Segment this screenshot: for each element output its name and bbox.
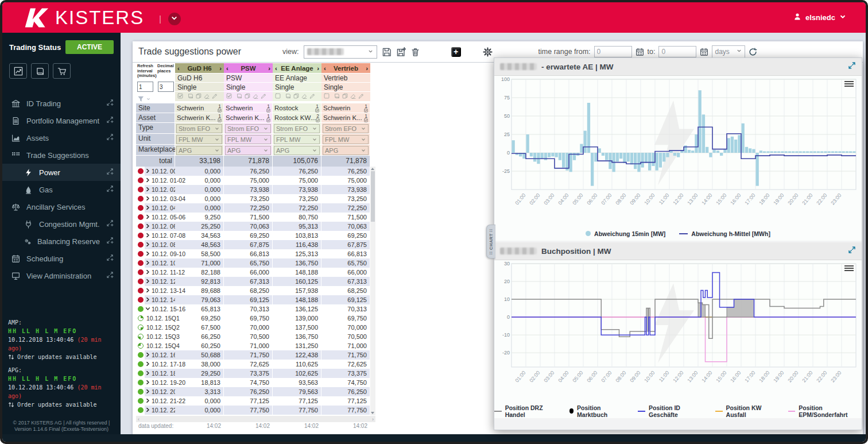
expand-icon[interactable] <box>145 278 150 285</box>
expand-icon[interactable] <box>145 407 150 414</box>
quick-chart-line-button[interactable] <box>9 63 27 79</box>
sidebar-item-portfolio-management[interactable]: Portfolio Management <box>2 112 121 129</box>
column-prev-icon[interactable]: ‹ <box>275 65 277 72</box>
book-icon-button[interactable] <box>188 93 193 100</box>
header-menu-button[interactable] <box>168 13 181 25</box>
pencil-icon-button[interactable] <box>358 93 364 100</box>
row-label[interactable]: 10.12. 01-02 <box>145 176 175 185</box>
asset-cell[interactable]: Schwerin K...1 <box>321 113 370 123</box>
sidebar-item-gas[interactable]: Gas <box>2 181 121 198</box>
book-icon-button[interactable] <box>334 93 340 100</box>
marketplace-select[interactable]: APG <box>274 146 320 155</box>
open-in-window-icon[interactable] <box>106 185 114 194</box>
expand-icon[interactable] <box>145 168 150 175</box>
sidebar-item-congestion-mgmt[interactable]: Congestion Mgmt. <box>2 215 121 233</box>
column-checkbox[interactable] <box>275 93 281 100</box>
row-label[interactable]: 10.12. 12-13 <box>145 277 175 286</box>
view-select[interactable] <box>304 45 377 59</box>
table-row[interactable]: 10.12. 15Q267,50070,000137,50070,000 <box>136 323 375 332</box>
open-in-window-icon[interactable] <box>106 271 114 280</box>
quick-book-button[interactable] <box>31 63 49 79</box>
row-label[interactable]: 10.12. 11-12 <box>145 268 175 277</box>
chart-panel-drag-handle[interactable]: ∷ CHART ∷ <box>486 225 495 258</box>
chart-expand-icon[interactable] <box>848 246 856 256</box>
column-checkbox[interactable] <box>324 93 330 100</box>
site-cell[interactable]: Schwerin1 <box>175 103 224 113</box>
open-in-window-icon[interactable] <box>106 237 114 246</box>
type-select[interactable]: Strom EFO <box>274 124 320 133</box>
table-row[interactable]: 10.12. 21-220,00077,12577,12577,125 <box>136 396 375 406</box>
legend-item[interactable]: Position DRZ Handel <box>494 404 556 418</box>
add-column-button[interactable]: + <box>451 47 461 57</box>
user-menu[interactable]: elsniedc <box>793 13 846 22</box>
row-label[interactable]: 10.12. 13-14 <box>145 286 175 295</box>
sidebar-item-trade-suggestions[interactable]: Trade Suggestions <box>2 146 121 164</box>
open-in-window-icon[interactable] <box>106 99 114 108</box>
column-prev-icon[interactable]: ‹ <box>226 65 228 72</box>
quick-cart-button[interactable] <box>53 63 71 79</box>
pencil-icon-button[interactable] <box>309 93 315 100</box>
unit-select[interactable]: FPL MW <box>274 135 320 144</box>
chart-menu-icon[interactable] <box>844 81 854 87</box>
legend-item[interactable]: Abweichung h-Mittel [MWh] <box>679 230 770 237</box>
open-in-window-icon[interactable] <box>106 133 114 142</box>
row-label[interactable]: 10.12. 19-20 <box>145 378 175 387</box>
column-checkbox[interactable] <box>177 93 183 100</box>
table-row[interactable]: 10.12. 03-040,00073,25073,25073,250 <box>136 194 375 203</box>
chart-expand-icon[interactable] <box>848 61 856 72</box>
column-next-icon[interactable]: › <box>317 65 319 72</box>
row-label[interactable]: 10.12. 05-06 <box>145 213 175 222</box>
copy-icon-button[interactable] <box>293 93 299 100</box>
settings-gear-button[interactable] <box>483 47 493 57</box>
column-prev-icon[interactable]: ‹ <box>177 65 180 72</box>
table-row[interactable]: 10.12. 00-010,00076,25076,25076,250 <box>136 167 375 176</box>
row-label[interactable]: 10.12. 20-21 <box>145 387 175 396</box>
eraser-icon-button[interactable] <box>204 93 210 100</box>
calendar-icon[interactable] <box>700 48 708 56</box>
table-row[interactable]: 10.12. 18-1929,25073,375102,62573,375 <box>136 369 375 378</box>
sidebar-item-assets[interactable]: Assets <box>2 129 121 146</box>
row-label[interactable]: 10.12. 07-08 <box>145 231 175 240</box>
refresh-interval-input[interactable] <box>137 82 153 92</box>
table-row[interactable]: 10.12. 12-1392,81367,313160,12567,313 <box>136 277 375 286</box>
row-label[interactable]: 10.12. 15-16 <box>145 304 175 314</box>
expand-icon[interactable] <box>145 296 150 303</box>
row-label[interactable]: 10.12. 15Q4 <box>145 341 175 350</box>
expand-icon[interactable] <box>145 204 150 211</box>
copy-icon-button[interactable] <box>196 93 202 100</box>
asset-cell[interactable]: Rostock KW...2 <box>273 113 321 123</box>
eraser-icon-button[interactable] <box>301 93 307 100</box>
table-row[interactable]: 10.12. 05-069,25071,50080,75071,500 <box>136 213 375 222</box>
expand-icon[interactable] <box>145 232 150 239</box>
table-row[interactable]: 10.12. 20-213,31376,25079,56376,250 <box>136 387 375 396</box>
table-row[interactable]: 10.12. 23-240,00078,50078,50078,500 <box>136 415 375 415</box>
table-row[interactable]: 10.12. 22-230,00077,75077,75077,750 <box>136 406 375 415</box>
expand-icon[interactable] <box>145 177 150 184</box>
unit-select[interactable]: FPL MW <box>225 135 271 144</box>
row-label[interactable]: 10.12. 15Q1 <box>145 314 175 323</box>
filter-button[interactable] <box>137 95 174 103</box>
trading-status-badge[interactable]: ACTIVE <box>65 40 114 54</box>
expand-icon[interactable] <box>145 223 150 230</box>
asset-cell[interactable]: Schwerin K...1 <box>175 113 224 123</box>
row-label[interactable]: 10.12. 15Q2 <box>145 323 175 332</box>
scrollbar-thumb[interactable] <box>371 171 375 222</box>
copy-icon-button[interactable] <box>245 93 250 100</box>
row-label[interactable]: 10.12. 17-18 <box>145 360 175 369</box>
vertical-scrollbar[interactable] <box>370 167 375 415</box>
column-next-icon[interactable]: › <box>219 65 222 72</box>
column-next-icon[interactable]: › <box>366 65 368 72</box>
expand-icon[interactable] <box>145 379 150 386</box>
time-range-unit-select[interactable]: days <box>712 45 745 58</box>
table-row[interactable]: 10.12. 07-0834,56369,250103,81369,250 <box>136 231 375 240</box>
expand-icon[interactable] <box>145 397 150 404</box>
save-view-button[interactable] <box>382 47 392 57</box>
legend-item[interactable]: Position Marktbuch <box>569 404 625 418</box>
table-row[interactable]: 10.12. 09-1058,50066,813125,31366,813 <box>136 249 375 258</box>
column-next-icon[interactable]: › <box>268 65 270 72</box>
refresh-icon[interactable] <box>749 48 757 56</box>
table-row[interactable]: 10.12. 10-1171,00065,750136,75065,750 <box>136 258 375 268</box>
table-row[interactable]: 10.12. 06-0725,25070,06395,31370,063 <box>136 222 375 231</box>
scroll-left-icon[interactable]: ‹ <box>138 416 140 422</box>
table-row[interactable]: 10.12. 16-1750,68871,750122,43871,750 <box>136 350 375 360</box>
